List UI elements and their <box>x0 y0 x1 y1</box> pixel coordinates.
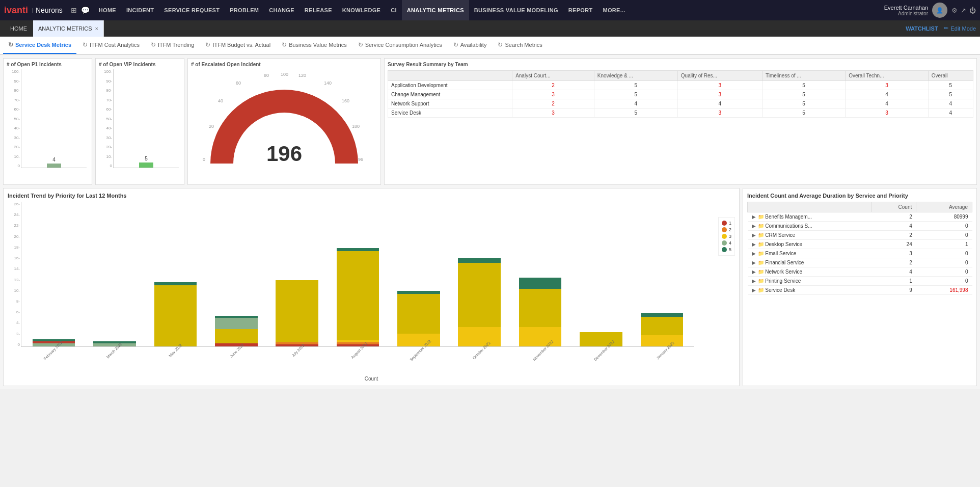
settings-icon[interactable]: ⚙ <box>951 7 958 14</box>
tab-business-value-metrics[interactable]: ↻ Business Value Metrics <box>277 37 352 55</box>
tech-score: 3 <box>846 81 929 90</box>
survey-col-overall: Overall <box>928 71 973 81</box>
nav-knowledge[interactable]: KNOWLEDGE <box>337 0 386 20</box>
nav-change[interactable]: CHANGE <box>264 0 299 20</box>
col-average: Average <box>916 202 972 212</box>
quality-score: 4 <box>677 99 762 109</box>
top-navigation: ivanti | Neurons ⊞ 💬 HOME INCIDENT SERVI… <box>0 0 980 20</box>
p1-y-axis: 100-90-80-70-60-50-40-30-20-10-0 <box>7 69 21 168</box>
tab-itfm-cost[interactable]: ↻ ITFM Cost Analytics <box>77 37 145 55</box>
nav-problem[interactable]: PROBLEM <box>225 0 264 20</box>
svg-text:40: 40 <box>218 98 223 103</box>
team-name: Change Management <box>388 90 512 99</box>
tab-label: ITFM Trending <box>158 42 195 48</box>
nav-ci[interactable]: CI <box>386 0 402 20</box>
nav-report[interactable]: REPORT <box>563 0 598 20</box>
tab-search-metrics[interactable]: ↻ Search Metrics <box>493 37 547 55</box>
service-name: ▶📁 CRM Service <box>748 231 872 240</box>
user-name: Everett Carnahan <box>884 5 928 11</box>
vip-bar-fill <box>139 163 153 168</box>
timeliness-score: 5 <box>762 109 845 118</box>
expand-icon[interactable]: ▶ <box>752 260 756 265</box>
stacked-bar-may22 <box>145 282 206 346</box>
service-count: 2 <box>871 231 916 240</box>
secondnav-analytic-metrics-tab[interactable]: ANALYTIC METRICS × <box>33 20 104 37</box>
bar-segment-p4 <box>215 318 258 329</box>
tech-score: 4 <box>846 90 929 99</box>
expand-icon[interactable]: ▶ <box>752 214 756 220</box>
timeliness-score: 5 <box>762 99 845 109</box>
survey-col-tech: Overall Techn... <box>846 71 929 81</box>
nav-more[interactable]: MORE... <box>597 0 630 20</box>
external-link-icon[interactable]: ↗ <box>961 7 966 14</box>
open-vip-card: # of Open VIP Incidents 100-90-80-70-60-… <box>95 58 184 185</box>
legend-label-3: 3 <box>729 234 731 239</box>
tech-score: 3 <box>846 109 929 118</box>
svg-text:20: 20 <box>209 124 214 129</box>
nav-analytic-metrics[interactable]: ANALYTIC METRICS <box>402 0 469 20</box>
tab-availability[interactable]: ↻ Availability <box>448 37 492 55</box>
analyst-count: 2 <box>512 99 594 109</box>
tab-close-button[interactable]: × <box>95 25 98 32</box>
nav-service-request[interactable]: SERVICE REQUEST <box>159 0 225 20</box>
expand-icon[interactable]: ▶ <box>752 251 756 256</box>
tech-score: 4 <box>846 99 929 109</box>
legend-item-2: 2 <box>722 227 731 232</box>
legend-label-4: 4 <box>729 240 731 246</box>
legend-item-3: 3 <box>722 234 731 239</box>
trend-bars-area <box>21 202 694 347</box>
service-count: 1 <box>871 277 916 286</box>
secondnav-home[interactable]: HOME <box>4 20 33 37</box>
tab-label: Search Metrics <box>505 42 542 48</box>
p1-chart-area: 4 <box>21 69 87 168</box>
avatar[interactable]: 👤 <box>932 3 947 18</box>
service-average: 0 <box>916 277 972 286</box>
bar-segment-p4 <box>519 289 562 327</box>
service-average: 161,998 <box>916 286 972 295</box>
svg-text:180: 180 <box>352 124 360 129</box>
survey-col-team <box>388 71 512 81</box>
survey-col-quality: Quality of Res... <box>677 71 762 81</box>
chat-icon[interactable]: 💬 <box>81 6 90 14</box>
expand-icon[interactable]: ▶ <box>752 241 756 247</box>
expand-icon[interactable]: ▶ <box>752 287 756 293</box>
nav-home[interactable]: HOME <box>94 0 121 20</box>
nav-release[interactable]: RELEASE <box>300 0 337 20</box>
app-logo[interactable]: ivanti | Neurons <box>4 5 63 16</box>
expand-icon[interactable]: ▶ <box>752 223 756 229</box>
power-icon[interactable]: ⏻ <box>969 7 976 14</box>
top-nav-icons: ⊞ 💬 <box>71 6 90 14</box>
service-name: ▶📁 Desktop Service <box>748 240 872 249</box>
legend-item-1: 1 <box>722 221 731 226</box>
incident-count-table: Count Average ▶📁 Benefits Managem... 2 8… <box>747 202 972 295</box>
tab-label: ITFM Budget vs. Actual <box>212 42 270 48</box>
nav-business-value[interactable]: BUSINESS VALUE MODELING <box>469 0 563 20</box>
tab-service-desk-metrics[interactable]: ↻ Service Desk Metrics <box>3 37 76 55</box>
second-navigation: HOME ANALYTIC METRICS × WATCHLIST ✏ Edit… <box>0 20 980 37</box>
expand-icon[interactable]: ▶ <box>752 269 756 275</box>
main-content: # of Open P1 Incidents 100-90-80-70-60-5… <box>0 55 980 389</box>
tab-itfm-trending[interactable]: ↻ ITFM Trending <box>146 37 200 55</box>
expand-icon[interactable]: ▶ <box>752 278 756 284</box>
overall-score: 4 <box>928 109 973 118</box>
folder-icon: 📁 <box>758 269 764 275</box>
open-vip-title: # of Open VIP Incidents <box>99 62 181 67</box>
service-count: 3 <box>871 249 916 258</box>
nav-incident[interactable]: INCIDENT <box>121 0 159 20</box>
expand-icon[interactable]: ▶ <box>752 232 756 238</box>
bar-segment-p5 <box>641 313 684 317</box>
service-average: 1 <box>916 240 972 249</box>
watchlist-button[interactable]: WATCHLIST <box>906 25 938 32</box>
legend-item-4: 4 <box>722 240 731 246</box>
stacked-bar-mar22 <box>84 341 145 346</box>
tab-service-consumption[interactable]: ↻ Service Consumption Analytics <box>353 37 447 55</box>
trend-legend: 1 2 3 4 5 <box>718 217 735 256</box>
legend-dot-2 <box>722 227 727 232</box>
vip-bar: 5 <box>139 156 153 168</box>
trend-x-labels: February 2022 March 2022 May 2022 June 2… <box>21 347 694 375</box>
p1-bar: 4 <box>47 157 61 168</box>
grid-icon[interactable]: ⊞ <box>71 6 77 14</box>
tab-itfm-budget[interactable]: ↻ ITFM Budget vs. Actual <box>200 37 276 55</box>
trend-chart-card: Incident Trend by Priority for Last 12 M… <box>3 188 740 386</box>
edit-mode-button[interactable]: ✏ Edit Mode <box>944 25 976 32</box>
